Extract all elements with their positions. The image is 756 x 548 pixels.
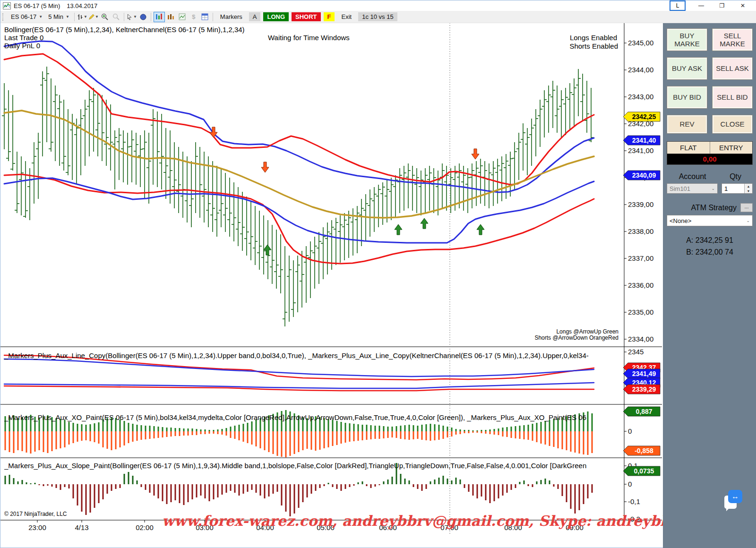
toolbar-separator bbox=[151, 13, 151, 21]
panel4-header: _Markers_Plus_Aux_Slope_Paint(Bollinger(… bbox=[4, 462, 586, 470]
slope-paint-histogram bbox=[5, 463, 592, 516]
up-arrow-icon bbox=[421, 218, 428, 229]
drawing-tools-icon[interactable]: ▼ bbox=[88, 12, 99, 22]
chat-bubble-tail bbox=[726, 507, 730, 511]
svg-text:02:00: 02:00 bbox=[136, 523, 154, 531]
cursor-icon[interactable]: ▼ bbox=[127, 12, 137, 22]
flatten-button[interactable]: F bbox=[324, 12, 335, 21]
svg-text:2345: 2345 bbox=[628, 348, 644, 356]
restore-button[interactable]: ❐ bbox=[715, 1, 729, 10]
close-position-button[interactable]: CLOSE bbox=[712, 115, 753, 134]
chart-panel-icon[interactable] bbox=[154, 12, 165, 22]
sell-bid-button[interactable]: SELL BID bbox=[712, 86, 753, 109]
svg-text:0,0735: 0,0735 bbox=[634, 467, 654, 475]
atm-strategy-select[interactable]: <None> ⌄ bbox=[667, 215, 753, 226]
teamviewer-icon[interactable]: ↔ bbox=[724, 490, 743, 511]
dollar-icon[interactable]: $ bbox=[189, 12, 199, 22]
minimize-button[interactable]: — bbox=[694, 1, 708, 10]
atm-more-button[interactable]: ... bbox=[740, 203, 753, 212]
watermark-text: www.forex-warez.com, andreybbrv@gmail.co… bbox=[162, 513, 686, 529]
exit-button[interactable]: Exit bbox=[337, 12, 355, 21]
svg-text:0: 0 bbox=[628, 480, 632, 488]
trade-panel: BUY MARKE SELL MARKE BUY ASK SELL ASK BU… bbox=[663, 23, 756, 548]
toolbar-separator bbox=[213, 13, 213, 21]
aux-copy-blue-lower bbox=[4, 383, 594, 388]
bid-quote-line: B: 2342,00 74 bbox=[663, 247, 756, 258]
svg-text:2345,00: 2345,00 bbox=[628, 39, 653, 47]
up-arrow-icon bbox=[264, 245, 271, 255]
price-bars bbox=[2, 67, 593, 326]
interval-selector[interactable]: 5 Min▼ bbox=[45, 12, 72, 21]
svg-text:2335,00: 2335,00 bbox=[628, 308, 653, 316]
chevron-down-icon: ▼ bbox=[84, 15, 87, 19]
svg-text:2334,00: 2334,00 bbox=[628, 335, 653, 343]
instrument-label: ES 06-17 bbox=[11, 13, 36, 20]
buy-ask-button[interactable]: BUY ASK bbox=[667, 57, 707, 80]
buy-market-button[interactable]: BUY MARKE bbox=[667, 28, 707, 51]
svg-text:-0,858: -0,858 bbox=[635, 447, 653, 454]
longs-note: Longs @ArrowUp Green bbox=[556, 328, 619, 335]
svg-text:2342,25: 2342,25 bbox=[632, 113, 656, 120]
sell-ask-button[interactable]: SELL ASK bbox=[712, 57, 753, 80]
last-trade-label: Last Trade 0 bbox=[4, 34, 43, 42]
instrument-selector[interactable]: ES 06-17▼ bbox=[8, 12, 45, 21]
bar-style-icon[interactable]: ▼ bbox=[77, 12, 87, 22]
atm-strategy-label: ATM Strategy bbox=[691, 204, 737, 212]
sell-market-button[interactable]: SELL MARKE bbox=[712, 28, 753, 51]
qty-up-icon[interactable]: ▲ bbox=[745, 184, 752, 188]
svg-text:2336,00: 2336,00 bbox=[628, 281, 653, 289]
chevron-down-icon: ▼ bbox=[39, 15, 43, 19]
shorts-note: Shorts @ArrowDown OrangeRed bbox=[534, 334, 619, 341]
svg-text:2343,00: 2343,00 bbox=[628, 93, 653, 101]
window-date: 13.04.2017 bbox=[67, 2, 97, 9]
reverse-button[interactable]: REV bbox=[667, 115, 707, 134]
entry-state-label[interactable]: ENTRY bbox=[710, 142, 753, 154]
close-button[interactable]: ✕ bbox=[736, 1, 750, 10]
panel3-header: _Markers_Plus_Aux_XO_Paint(ES 06-17 (5 M… bbox=[4, 413, 586, 421]
indicator-header: Bollinger(ES 06-17 (5 Min),1,2,34), Kelt… bbox=[4, 26, 245, 34]
chart-window: 2345,002344,002343,002342,002341,002340,… bbox=[0, 0, 756, 548]
zoom-in-icon[interactable] bbox=[100, 12, 110, 22]
contracts-counter[interactable]: 1c 10 vs 15 bbox=[358, 12, 397, 21]
chevron-down-icon: ▼ bbox=[95, 15, 99, 19]
zoom-region-icon[interactable] bbox=[138, 12, 148, 22]
svg-text:2337,00: 2337,00 bbox=[628, 254, 653, 262]
svg-text:0,887: 0,887 bbox=[636, 408, 652, 415]
middle-band-line bbox=[4, 111, 594, 218]
quantity-stepper[interactable]: 1 ▲ ▼ bbox=[722, 183, 753, 194]
svg-text:2339,29: 2339,29 bbox=[632, 385, 656, 393]
svg-text:0: 0 bbox=[628, 427, 632, 435]
chevron-down-icon: ▼ bbox=[133, 15, 137, 19]
grid-icon[interactable] bbox=[200, 12, 210, 22]
svg-text:2339,00: 2339,00 bbox=[628, 200, 653, 208]
zoom-out-icon[interactable] bbox=[111, 12, 121, 22]
flat-state-label[interactable]: FLAT bbox=[667, 142, 710, 154]
quantity-value: 1 bbox=[722, 184, 744, 193]
atm-strategy-value: <None> bbox=[670, 217, 691, 224]
down-arrow-icon bbox=[472, 149, 479, 159]
svg-text:4/13: 4/13 bbox=[75, 523, 88, 531]
markers-button[interactable]: Markers bbox=[216, 12, 246, 21]
copyright-label: © 2017 NinjaTrader, LLC bbox=[4, 511, 67, 517]
long-button[interactable]: LONG bbox=[263, 12, 289, 21]
unrealized-pnl-display: 0,00 bbox=[667, 154, 753, 165]
up-arrow-icon bbox=[477, 224, 484, 235]
down-arrow-icon bbox=[261, 162, 269, 172]
chevron-down-icon: ▼ bbox=[66, 15, 69, 19]
account-select[interactable]: Sim101 ⌄ bbox=[667, 183, 718, 194]
short-button[interactable]: SHORT bbox=[292, 12, 321, 21]
account-value: Sim101 bbox=[670, 185, 690, 192]
chart-image-icon[interactable] bbox=[177, 12, 188, 22]
link-button[interactable]: L bbox=[670, 0, 686, 11]
buy-bid-button[interactable]: BUY BID bbox=[667, 86, 707, 109]
qty-down-icon[interactable]: ▼ bbox=[745, 188, 752, 193]
auto-button[interactable]: A bbox=[249, 12, 261, 21]
daily-pnl-label: Daily PnL 0 bbox=[4, 42, 40, 50]
toolbar-separator bbox=[124, 13, 124, 21]
bollinger-upper-line bbox=[4, 54, 594, 185]
position-state-row: FLAT ENTRY bbox=[667, 141, 753, 154]
chart-trades-icon[interactable] bbox=[166, 12, 176, 22]
svg-text:2341,40: 2341,40 bbox=[632, 137, 656, 144]
account-label: Account bbox=[667, 172, 718, 181]
toolbar-grip[interactable] bbox=[2, 13, 6, 21]
